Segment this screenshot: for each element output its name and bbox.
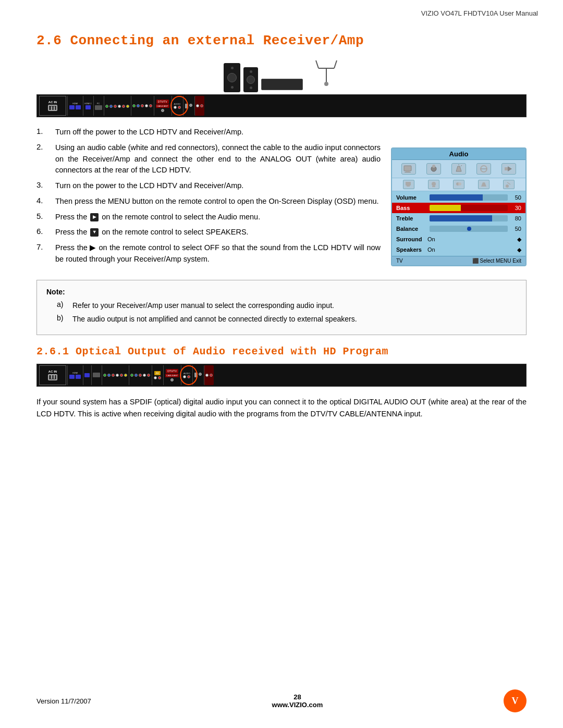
svg-point-22	[458, 182, 461, 186]
osd-data-rows: Volume 50 Bass 30 Treble	[392, 191, 525, 256]
svg-marker-10	[456, 166, 461, 171]
footer-page: 28	[272, 693, 323, 701]
svg-marker-23	[481, 182, 486, 187]
section-2-6-1-body: If your sound system has a SPDIF (optica…	[36, 396, 527, 420]
osd-value-balance: 50	[510, 226, 521, 232]
osd-icon-5	[501, 163, 516, 175]
osd-row-speakers: Speakers On ◆	[392, 244, 525, 255]
instr-text-4: Then press the MENU button on the remote…	[55, 196, 379, 207]
osd-footer-right: ⬛ Select MENU Exit	[472, 258, 521, 264]
osd-label-bass: Bass	[396, 205, 427, 211]
osd-row-balance: Balance 50	[392, 224, 525, 234]
osd-text-speakers: On	[427, 246, 517, 253]
osd-bar-volume	[430, 194, 508, 201]
back-panel-top: AC IN HDMI HDMI 2	[36, 94, 527, 117]
osd-footer: TV ⬛ Select MENU Exit	[392, 256, 525, 265]
instr-num-1: 1.	[36, 127, 55, 135]
speaker-right	[243, 67, 258, 92]
osd-label-balance: Balance	[396, 226, 427, 232]
osd-label-volume: Volume	[396, 194, 427, 201]
vizio-logo: V	[504, 689, 527, 712]
page-header: VIZIO VO47L FHDTV10A User Manual	[0, 0, 563, 17]
highlight-circle-bottom	[180, 365, 198, 385]
right-arrow-icon-5	[90, 213, 99, 221]
svg-rect-15	[505, 167, 508, 170]
svg-point-19	[432, 182, 436, 186]
instr-num-3: 3.	[36, 180, 55, 189]
page-footer: Version 11/7/2007 28 www.VIZIO.com V	[0, 689, 563, 712]
instr-text-2: Using an audio cable (white and red conn…	[55, 142, 381, 176]
note-text-a: Refer to your Receiver/Amp user manual t…	[72, 300, 517, 311]
highlight-circle-top	[170, 96, 188, 116]
instr-num-2: 2.	[36, 142, 55, 151]
note-item-b: b) The audio output is not amplified and…	[46, 314, 517, 325]
svg-line-2	[316, 60, 319, 68]
osd-row-surround: Surround On ◆	[392, 234, 525, 244]
instr-num-4: 4.	[36, 196, 55, 205]
osd-icons-row-1	[392, 160, 525, 178]
osd-value-volume: 50	[510, 194, 521, 201]
osd-label-treble: Treble	[396, 215, 427, 221]
instr-text-1: Turn off the power to the LCD HDTV and R…	[55, 127, 243, 138]
svg-rect-20	[432, 186, 435, 187]
svg-point-9	[432, 165, 435, 168]
section-2-6-title: 2.6 Connecting an external Receiver/Amp	[36, 33, 527, 48]
instruction-6: 6. Press the on the remote control to se…	[36, 227, 381, 238]
svg-rect-18	[407, 186, 410, 187]
osd-row-bass: Bass 30	[392, 203, 525, 213]
instr-num-7: 7.	[36, 242, 55, 251]
footer-version: Version 11/7/2007	[36, 697, 91, 705]
osd-icon-1	[401, 163, 416, 175]
back-panel-bottom: AC IN HDMI	[36, 364, 527, 387]
osd-bar-treble	[430, 215, 508, 221]
instr-num-5: 5.	[36, 212, 55, 220]
note-text-b: The audio output is not amplified and ca…	[72, 314, 517, 325]
osd-icon-3	[451, 163, 466, 175]
svg-marker-16	[508, 166, 512, 171]
osd-footer-left: TV	[396, 258, 403, 264]
note-box: Note: a) Refer to your Receiver/Amp user…	[36, 280, 527, 335]
instr-text-6: Press the on the remote control to selec…	[55, 227, 249, 238]
osd-row-treble: Treble 80	[392, 213, 525, 224]
instruction-1: 1. Turn off the power to the LCD HDTV an…	[36, 127, 381, 138]
instruction-4: 4. Then press the MENU button on the rem…	[36, 196, 381, 207]
instruction-2: 2. Using an audio cable (white and red c…	[36, 142, 381, 176]
osd-icon-4	[476, 163, 491, 175]
osd-label-surround: Surround	[396, 236, 427, 242]
header-text: VIZIO VO47L FHDTV10A User Manual	[421, 9, 538, 17]
instruction-3: 3. Turn on the power to the LCD HDTV and…	[36, 180, 381, 192]
osd-icon-2	[426, 163, 441, 175]
footer-url: www.VIZIO.com	[272, 701, 323, 709]
receiver-box	[261, 79, 303, 90]
instr-text-3: Turn on the power to the LCD HDTV and Re…	[55, 180, 243, 192]
osd-title-bar: Audio	[392, 149, 525, 160]
note-title: Note:	[46, 288, 517, 296]
instructions-area: 1. Turn off the power to the LCD HDTV an…	[36, 127, 527, 269]
svg-point-4	[324, 82, 328, 86]
down-arrow-icon-6	[90, 228, 99, 237]
osd-screenshot: Audio	[391, 147, 527, 266]
osd-bar-balance	[430, 226, 508, 232]
osd-sub-icons-row	[392, 178, 525, 191]
note-letter-a: a)	[46, 300, 72, 309]
osd-text-surround: On	[427, 236, 517, 242]
svg-rect-6	[406, 171, 410, 172]
osd-row-volume: Volume 50	[392, 192, 525, 203]
note-letter-b: b)	[46, 314, 72, 322]
speaker-left	[224, 63, 240, 92]
antenna	[313, 58, 339, 88]
svg-line-3	[334, 60, 337, 68]
instr-num-6: 6.	[36, 227, 55, 236]
svg-rect-5	[404, 166, 411, 171]
svg-point-24	[506, 184, 509, 188]
connector-diagram-top: AC IN HDMI HDMI 2	[36, 58, 527, 117]
logo-letter: V	[511, 696, 518, 707]
svg-rect-17	[406, 182, 411, 186]
svg-rect-7	[405, 172, 411, 172]
osd-arrow-surround: ◆	[517, 236, 521, 243]
instr-text-5: Press the on the remote control to selec…	[55, 212, 260, 223]
osd-arrow-speakers: ◆	[517, 246, 521, 253]
svg-line-25	[507, 182, 510, 184]
section-2-6-1: 2.6.1 Optical Output of Audio received w…	[36, 346, 527, 420]
osd-value-bass: 30	[510, 205, 521, 211]
